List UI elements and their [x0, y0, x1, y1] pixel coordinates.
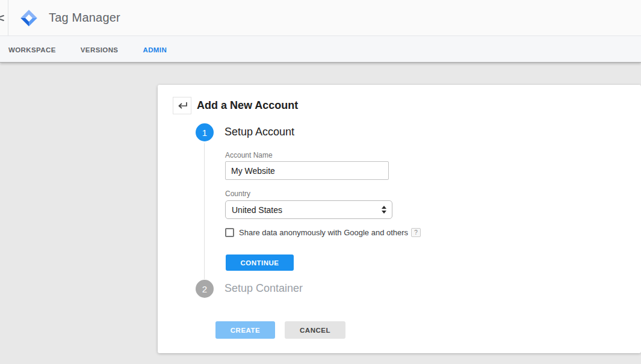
- continue-button[interactable]: CONTINUE: [226, 254, 294, 271]
- app-title: Tag Manager: [49, 0, 120, 35]
- share-data-checkbox[interactable]: [225, 228, 234, 237]
- country-label: Country: [225, 190, 250, 198]
- up-down-arrows-icon: [382, 206, 386, 214]
- back-button[interactable]: [173, 97, 191, 114]
- clipped-back-arrow-icon[interactable]: [0, 16, 5, 22]
- share-data-row: Share data anonymously with Google and o…: [225, 227, 421, 238]
- step-1-badge: 1: [196, 123, 214, 141]
- cancel-button[interactable]: CANCEL: [285, 321, 345, 339]
- help-icon[interactable]: ?: [411, 228, 421, 237]
- back-arrow-icon: [177, 102, 188, 110]
- dialog-title: Add a New Account: [197, 99, 298, 112]
- step-2-badge: 2: [196, 280, 214, 298]
- tab-bar: WORKSPACE VERSIONS ADMIN: [0, 36, 641, 63]
- topbar-divider: [8, 0, 8, 35]
- share-data-label: Share data anonymously with Google and o…: [239, 228, 408, 237]
- account-name-label: Account Name: [225, 151, 273, 159]
- tab-admin[interactable]: ADMIN: [143, 45, 167, 54]
- stepper-connector-line: [204, 143, 205, 279]
- step-2-title: Setup Container: [225, 282, 303, 295]
- account-name-input[interactable]: [225, 161, 389, 180]
- country-select-value: United States: [232, 205, 382, 215]
- tag-manager-logo-icon: [20, 9, 38, 27]
- dialog-header: Add a New Account: [173, 97, 298, 114]
- top-app-bar: Tag Manager: [0, 0, 641, 36]
- add-account-dialog: Add a New Account 1 Setup Account Accoun…: [158, 85, 641, 353]
- step-1-title: Setup Account: [225, 126, 294, 138]
- country-select[interactable]: United States: [225, 200, 392, 219]
- tab-versions[interactable]: VERSIONS: [81, 45, 119, 54]
- tab-workspace[interactable]: WORKSPACE: [8, 45, 56, 54]
- create-button[interactable]: CREATE: [215, 321, 275, 339]
